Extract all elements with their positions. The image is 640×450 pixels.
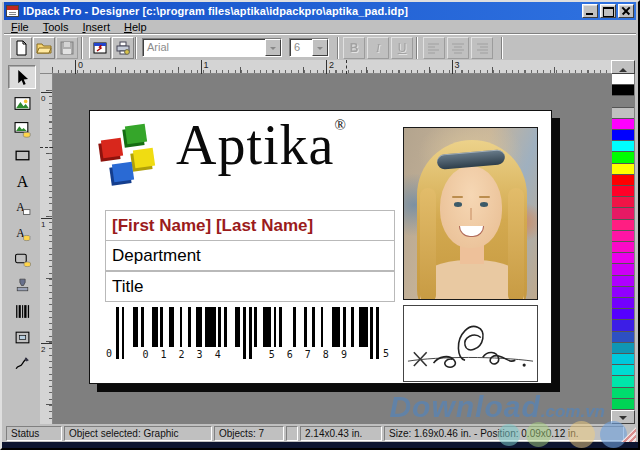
color-swatch[interactable] xyxy=(612,309,634,320)
image-tool[interactable] xyxy=(8,91,36,115)
barcode-tool[interactable] xyxy=(8,299,36,323)
font-family-combo[interactable]: Arial xyxy=(142,38,282,57)
status-panel: Object selected: Graphic xyxy=(64,426,212,441)
align-right-button xyxy=(471,37,493,59)
color-swatch[interactable] xyxy=(612,85,634,96)
ruler-number: 1 xyxy=(41,218,52,229)
bottom-strip xyxy=(2,442,638,448)
app-window: IDpack Pro - Designer [c:\program files\… xyxy=(0,0,640,450)
palette-down-arrow[interactable] xyxy=(611,410,635,424)
photo-field-tool[interactable] xyxy=(8,117,36,141)
color-swatch[interactable] xyxy=(612,253,634,264)
color-swatch[interactable] xyxy=(612,175,634,186)
ruler-number: 2 xyxy=(326,60,334,74)
color-swatch[interactable] xyxy=(612,152,634,163)
color-swatch[interactable] xyxy=(612,231,634,242)
toolbar-separator xyxy=(501,37,503,59)
align-center-button xyxy=(447,37,469,59)
barcode-right-digit: 5 xyxy=(383,348,389,359)
barcode-right-group: 5 6 7 8 9 xyxy=(255,349,363,360)
color-swatch[interactable] xyxy=(612,287,634,298)
color-swatch[interactable] xyxy=(612,388,634,399)
svg-text:A: A xyxy=(16,173,28,190)
signature-box[interactable] xyxy=(403,305,538,382)
color-swatch[interactable] xyxy=(612,365,634,376)
color-swatch[interactable] xyxy=(612,343,634,354)
color-swatch[interactable] xyxy=(612,186,634,197)
rectangle-tool[interactable] xyxy=(8,143,36,167)
barcode-object[interactable]: 0 0 1 2 3 4 5 6 7 8 9 5 xyxy=(106,307,389,359)
text-tool[interactable]: A xyxy=(8,169,36,193)
underline-button: U xyxy=(391,37,413,59)
stamp-tool[interactable] xyxy=(8,273,36,297)
card-field[interactable]: Department xyxy=(105,240,395,271)
properties-button[interactable] xyxy=(89,37,111,59)
toolbar: Arial 6 BIU xyxy=(4,34,636,59)
menu-insert[interactable]: Insert xyxy=(75,21,117,34)
font-size-value: 6 xyxy=(290,39,312,56)
color-swatch[interactable] xyxy=(612,96,634,107)
color-swatch[interactable] xyxy=(612,354,634,365)
signature-tool[interactable] xyxy=(8,351,36,375)
color-swatch[interactable] xyxy=(612,276,634,287)
ruler-number: 1 xyxy=(201,60,209,74)
menu-help[interactable]: Help xyxy=(117,21,154,34)
ruler-number: 2 xyxy=(41,343,52,354)
color-swatch[interactable] xyxy=(612,264,634,275)
maximize-button[interactable] xyxy=(600,4,616,18)
menu-file[interactable]: File xyxy=(4,21,36,34)
palette-up-arrow[interactable] xyxy=(611,60,635,74)
pointer-tool[interactable] xyxy=(8,65,36,89)
color-swatch[interactable] xyxy=(612,376,634,387)
font-size-combo[interactable]: 6 xyxy=(289,38,329,57)
color-swatch[interactable] xyxy=(612,119,634,130)
new-button[interactable] xyxy=(10,37,32,59)
status-panel: Size: 1.69x0.46 in. - Position: 0.09x0.1… xyxy=(384,426,624,441)
signature-icon xyxy=(404,306,537,382)
color-swatch[interactable] xyxy=(612,320,634,331)
text-db-tool[interactable]: A xyxy=(8,221,36,245)
status-panel: Objects: 7 xyxy=(214,426,284,441)
id-card[interactable]: Aptika® [First Name] [Last Name]Departme… xyxy=(89,110,552,384)
text-field-tool[interactable]: A xyxy=(8,195,36,219)
font-family-value: Arial xyxy=(143,39,265,56)
toolbar-separator xyxy=(416,37,418,59)
logo-cube-blue xyxy=(112,162,134,183)
color-swatch[interactable] xyxy=(612,242,634,253)
design-canvas[interactable]: Aptika® [First Name] [Last Name]Departme… xyxy=(53,74,611,424)
italic-button: I xyxy=(367,37,389,59)
title-bar[interactable]: IDpack Pro - Designer [c:\program files\… xyxy=(4,2,636,20)
photo-nose xyxy=(470,208,472,220)
frame-tool[interactable] xyxy=(8,325,36,349)
color-swatch[interactable] xyxy=(612,130,634,141)
box-field-tool[interactable] xyxy=(8,247,36,271)
color-swatch[interactable] xyxy=(612,108,634,119)
color-swatch[interactable] xyxy=(612,332,634,343)
chevron-down-icon[interactable] xyxy=(312,39,328,56)
card-field[interactable]: [First Name] [Last Name] xyxy=(105,210,395,241)
menu-tools[interactable]: Tools xyxy=(36,21,76,34)
minimize-button[interactable] xyxy=(582,4,598,18)
ruler-number: 0 xyxy=(75,60,83,74)
color-swatch[interactable] xyxy=(612,208,634,219)
aptika-logo-icon[interactable] xyxy=(102,125,168,187)
open-button[interactable] xyxy=(33,37,55,59)
color-swatch[interactable] xyxy=(612,164,634,175)
horizontal-ruler: 0123 xyxy=(40,60,611,74)
color-swatch[interactable] xyxy=(612,298,634,309)
card-field[interactable]: Title xyxy=(105,271,395,302)
brand-text[interactable]: Aptika® xyxy=(176,113,346,177)
print-setup-button[interactable] xyxy=(112,37,134,59)
logo-cube-yellow xyxy=(133,148,155,169)
chevron-down-icon[interactable] xyxy=(265,39,281,56)
color-swatch[interactable] xyxy=(612,74,634,85)
color-swatch[interactable] xyxy=(612,399,634,410)
window-title: IDpack Pro - Designer [c:\program files\… xyxy=(23,5,580,17)
color-swatch[interactable] xyxy=(612,197,634,208)
portrait-photo[interactable] xyxy=(403,127,538,300)
color-swatch[interactable] xyxy=(612,220,634,231)
photo-eye xyxy=(480,202,488,207)
bold-button: B xyxy=(343,37,365,59)
close-button[interactable] xyxy=(618,4,634,18)
color-swatch[interactable] xyxy=(612,141,634,152)
